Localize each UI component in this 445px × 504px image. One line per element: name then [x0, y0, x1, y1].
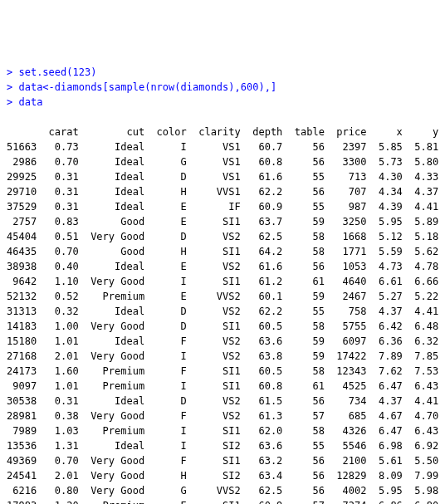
prompt-symbol: >	[7, 66, 18, 78]
code-text: data	[18, 96, 42, 108]
r-console: > set.seed(123)> data<-diamonds[sample(n…	[7, 65, 438, 110]
table-row: 51663 0.73 Ideal I VS1 60.7 56 2397 5.85…	[7, 139, 438, 154]
table-row: 17983 1.20 Premium E SI1 60.9 57 7274 6.…	[7, 498, 438, 504]
table-row: 14183 1.00 Very Good D SI1 60.5 58 5755 …	[7, 319, 438, 334]
table-row: 45404 0.51 Very Good D VS2 62.5 58 1668 …	[7, 229, 438, 244]
table-row: 27168 2.01 Very Good I VS2 63.8 59 17422…	[7, 349, 438, 364]
table-row: 9097 1.01 Premium I SI1 60.8 61 4525 6.4…	[7, 379, 438, 394]
header-row: carat cut color clarity depth table pric…	[7, 125, 438, 139]
prompt-symbol: >	[7, 96, 18, 108]
table-row: 31313 0.32 Ideal D VS2 62.2 55 758 4.37 …	[7, 304, 438, 319]
table-row: 52132 0.52 Premium E VVS2 60.1 59 2467 5…	[7, 289, 438, 304]
table-row: 30538 0.31 Ideal D VS2 61.5 56 734 4.37 …	[7, 394, 438, 409]
console-line: > set.seed(123)	[7, 65, 438, 80]
table-row: 15180 1.01 Ideal F VS2 63.6 59 6097 6.36…	[7, 334, 438, 349]
table-row: 29925 0.31 Ideal D VS1 61.6 55 713 4.30 …	[7, 169, 438, 184]
code-text: data<-diamonds[sample(nrow(diamonds),600…	[18, 81, 276, 93]
table-row: 46435 0.70 Good H SI1 64.2 58 1771 5.59 …	[7, 244, 438, 259]
table-row: 6216 0.80 Very Good G VVS2 62.5 56 4002 …	[7, 483, 438, 498]
console-line: > data<-diamonds[sample(nrow(diamonds),6…	[7, 80, 438, 95]
console-line: > data	[7, 95, 438, 110]
table-row: 37529 0.31 Ideal E IF 60.9 55 987 4.39 4…	[7, 199, 438, 214]
table-row: 2986 0.70 Ideal G VS1 60.8 56 3300 5.73 …	[7, 154, 438, 169]
table-row: 7989 1.03 Premium I SI1 62.0 58 4326 6.4…	[7, 423, 438, 438]
table-row: 9642 1.10 Very Good I SI1 61.2 61 4640 6…	[7, 274, 438, 289]
data-frame-output: carat cut color clarity depth table pric…	[7, 125, 438, 504]
table-row: 29710 0.31 Ideal H VVS1 62.2 56 707 4.34…	[7, 184, 438, 199]
table-row: 28981 0.38 Very Good F VS2 61.3 57 685 4…	[7, 409, 438, 423]
table-row: 13536 1.31 Ideal I SI2 63.6 55 5546 6.98…	[7, 438, 438, 453]
table-row: 2757 0.83 Good E SI1 63.7 59 3250 5.95 5…	[7, 214, 438, 229]
code-text: set.seed(123)	[18, 66, 96, 78]
table-row: 49369 0.70 Very Good F SI1 63.2 56 2100 …	[7, 453, 438, 468]
table-row: 38938 0.40 Ideal E VS2 61.6 56 1053 4.73…	[7, 259, 438, 274]
table-row: 24173 1.60 Premium F SI1 60.5 58 12343 7…	[7, 364, 438, 379]
prompt-symbol: >	[7, 81, 18, 93]
table-row: 24541 2.01 Very Good H SI2 63.4 56 12829…	[7, 468, 438, 483]
